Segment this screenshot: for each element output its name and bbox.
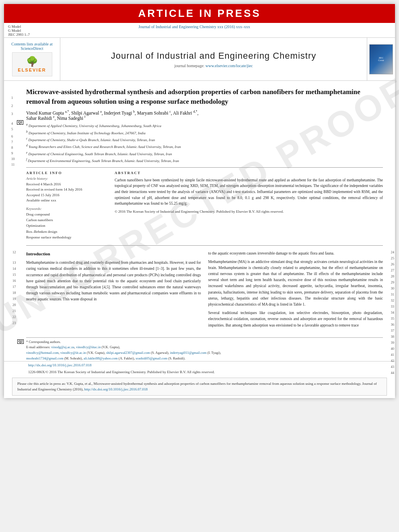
elsevier-text: ELSEVIER [18,68,46,72]
email-9[interactable]: srashidi05@gmail.com [136,356,167,360]
doi-link[interactable]: http://dx.doi.org/10.1016/j.jiec.2016.07… [28,363,92,367]
journal-issue-ref: Journal of Industrial and Engineering Ch… [138,25,250,29]
corresp-text: * Corresponding authors. E-mail addresse… [26,339,383,361]
journal-cover-image: JIECCover [369,44,393,74]
email-5[interactable]: shilpi.agarwal2307@gmail.com [106,351,150,355]
available-online: Available online xxx [26,198,107,203]
line-num-20: 20 [12,303,16,307]
article-title: Microwave-assisted hydrothermal synthesi… [26,87,383,107]
journal-logo-area: Contents lists available at ScienceDirec… [4,38,60,80]
line-num-28: 28 [391,275,395,278]
email-6[interactable]: indertyagi011@gmail.com [170,351,207,355]
right-para-1: to the aquatic ecosystem causes irrevers… [208,251,383,257]
email-3[interactable]: vinodfcy@hotmail.com [26,351,59,355]
line-num-9: 9 [11,152,13,155]
line-num-35: 35 [391,317,395,320]
elsevier-tree-icon: 🌳 [26,57,38,66]
email-label: E-mail addresses: [26,345,50,349]
line-num-43: 43 [391,365,395,369]
corresp-section: Q2 * Corresponding authors. E-mail addre… [26,337,383,361]
line-num-7: 7 [11,140,13,144]
abstract-col: ABSTRACT Carbon nanofibers have been syn… [115,171,383,240]
page: UNCORRECTED PROOF ARTICLE IN PRESS G Mod… [4,4,395,398]
line-num-24: 24 [391,251,395,254]
line-num-29: 29 [391,281,395,284]
line-num-34: 34 [391,311,395,314]
line-num-36: 36 [391,323,395,327]
divider-1 [26,167,383,168]
line-num-41: 41 [391,353,395,357]
line-num-22: 22 [12,315,16,319]
g-model-label: G ModelG Model JIEC 2993 1–7 [8,25,30,37]
article-info-abstract: ARTICLE INFO Article history: Received 4… [26,171,383,240]
article-info-title: ARTICLE INFO [26,171,107,175]
line-num-37: 37 [391,329,395,333]
line-num-31: 31 [391,293,395,296]
body-right-col: to the aquatic ecosystem causes irrevers… [208,251,383,331]
email-2[interactable]: vinodfcy@iitac.in [76,345,101,349]
affil-c: c Department of Chemistry, Shahr-e-Qods … [26,136,383,143]
keyword-carbon: Carbon nanofibers [26,217,107,223]
body-left-col: Introduction Methamphetamine is controll… [26,251,201,331]
line-num-5: 5 [11,127,13,131]
top-bar: G ModelG Model JIEC 2993 1–7 Journal of … [4,23,395,37]
right-para-2: Methamphetamine (MA) is an addictive sti… [208,259,383,308]
email-7[interactable]: msohrabi1734@gmail.com [26,356,64,360]
line-num-13: 13 [12,261,16,265]
corresp-title: * Corresponding authors. [26,340,61,344]
line-num-14: 14 [12,267,16,271]
copyright-section: 1226-086X/© 2016 The Korean Society of I… [4,369,395,375]
revised-date: Received in revised form 14 July 2016 [26,187,107,193]
article-history-title: Article history: [26,177,107,181]
citation-box: Please cite this article in press as: V.… [12,378,387,396]
keyword-drug: Drug compound [26,212,107,217]
line-num-4: 4 [11,122,13,125]
line-num-16: 16 [12,279,16,283]
affil-f: f Department of Environmental Engineerin… [26,157,383,164]
accepted-date: Accepted 15 July 2016 [26,193,107,198]
line-num-32: 32 [391,299,395,302]
abstract-title: ABSTRACT [115,171,383,175]
introduction-title: Introduction [26,251,201,258]
affil-b: b Department of Chemistry, Indian Instit… [26,129,383,136]
citation-text: Please cite this article in press as: V.… [17,382,377,391]
article-info-col: ARTICLE INFO Article history: Received 4… [26,171,107,240]
elsevier-logo: 🌳 ELSEVIER [12,52,52,76]
received-date: Received 4 March 2016 [26,182,107,187]
line-num-1: 1 [11,96,13,100]
line-num-42: 42 [391,359,395,363]
email-1[interactable]: vinodg@uj.ac.za [51,345,74,349]
article-in-press-banner: ARTICLE IN PRESS [4,4,395,23]
line-num-21: 21 [12,309,16,313]
journal-homepage-link[interactable]: www.elsevier.com/locate/jiec [206,64,253,68]
journal-title: Journal of Industrial and Engineering Ch… [111,51,316,61]
q1-marker: Q1 [17,120,23,125]
right-para-3: Several traditional techniques like coag… [208,310,383,329]
line-num-10: 10 [11,157,15,161]
line-num-3: 3 [11,112,13,116]
body-section: Introduction Methamphetamine is controll… [26,251,383,335]
abstract-text: Carbon nanofibers have been synthesized … [115,177,383,207]
contents-bar: Contents lists available at ScienceDirec… [8,42,56,51]
line-num-17: 17 [12,285,16,289]
line-num-2: 2 [11,104,13,108]
line-num-19: 19 [12,297,16,301]
citation-doi-link[interactable]: http://dx.doi.org/10.1016/j.jiec.2016.07… [84,387,148,391]
keyword-rsm: Response surface methodology [26,234,107,240]
email-4[interactable]: vinodfcy@iit.ac.in [60,351,86,355]
line-num-38: 38 [391,335,395,339]
line-num-8: 8 [11,146,13,150]
divider-2 [26,245,383,246]
journal-thumbnail: JIECCover [367,38,395,80]
affil-d: d Young Researchers and Elites Club, Sci… [26,143,383,150]
email-8[interactable]: ali.fakhri88@yahoo.com [84,356,118,360]
journal-center: Journal of Industrial and Engineering Ch… [60,38,367,80]
q2-marker: Q2 [17,339,24,344]
keyword-optimization: Optimization [26,223,107,228]
line-num-33: 33 [391,305,395,308]
line-num-12: 12 [12,251,16,254]
line-num-27: 27 [391,269,395,272]
line-num-25: 25 [391,257,395,260]
line-num-23: 23 [12,321,16,325]
keyword-box: Box–Behnken design [26,229,107,234]
